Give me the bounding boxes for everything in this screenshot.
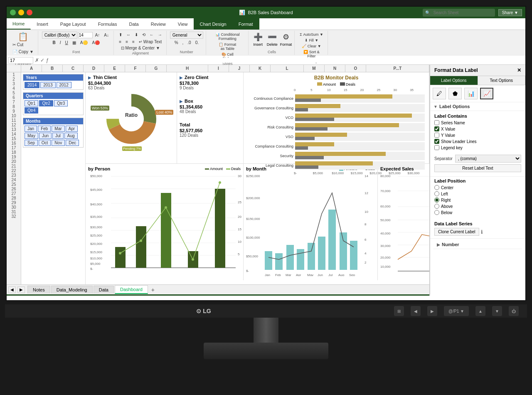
radio-right-row[interactable]: Right	[434, 198, 521, 202]
bold-button[interactable]: B	[51, 40, 57, 46]
italic-button[interactable]: I	[58, 40, 63, 46]
col-d[interactable]: D	[84, 65, 104, 72]
icon-btn-1[interactable]: 🖊	[433, 88, 446, 99]
col-rest[interactable]: P...T	[366, 65, 429, 72]
tab-review[interactable]: Review	[145, 18, 172, 30]
month-may[interactable]: May	[25, 133, 38, 139]
show-leader-checkbox-row[interactable]: Show Leader Lines	[434, 139, 521, 144]
col-k[interactable]: K	[250, 65, 271, 72]
underline-button[interactable]: U	[64, 40, 70, 46]
percent-button[interactable]: %	[173, 40, 180, 46]
tab-chart-design[interactable]: Chart Design	[194, 18, 232, 30]
year-2013[interactable]: 2013	[40, 82, 55, 88]
legend-key-checkbox-row[interactable]: Legend key	[434, 145, 521, 150]
align-right[interactable]: ≡	[131, 39, 136, 45]
search-input[interactable]	[430, 10, 493, 16]
sheet-data[interactable]: Data	[94, 286, 114, 294]
col-e[interactable]: E	[104, 65, 125, 72]
close-panel-button[interactable]: ✕	[517, 67, 521, 73]
clone-label-btn[interactable]: Clone Current Label	[434, 228, 479, 236]
text-options-tab[interactable]: Text Options	[478, 76, 526, 85]
col-j[interactable]: J	[229, 65, 250, 72]
tab-home[interactable]: Home	[7, 18, 31, 30]
series-name-checkbox[interactable]	[434, 120, 439, 125]
tab-formulas[interactable]: Formulas	[92, 18, 123, 30]
comma-button[interactable]: ,	[181, 40, 185, 46]
month-oct[interactable]: Oct	[39, 140, 51, 146]
conditional-formatting-button[interactable]: 📊 ConditionalFormatting	[214, 32, 241, 42]
font-size-input[interactable]	[78, 32, 93, 38]
fill-button[interactable]: ⬇ Fill ▼	[303, 37, 320, 43]
indent-decrease[interactable]: ←	[148, 32, 155, 38]
sheet-dashboard[interactable]: Dashboard	[115, 285, 148, 294]
formula-input[interactable]	[50, 58, 524, 63]
col-l[interactable]: L	[271, 65, 304, 72]
monitor-btn-5[interactable]: ▲	[475, 306, 485, 316]
radio-above[interactable]	[434, 204, 439, 209]
align-bottom[interactable]: ⬇	[133, 32, 140, 38]
month-apr[interactable]: Apr	[66, 126, 78, 132]
fill-color-button[interactable]: A🟡	[79, 40, 90, 46]
monitor-btn-3[interactable]: ▶	[427, 306, 437, 316]
qtr4[interactable]: Qtr4	[25, 107, 38, 114]
delete-button[interactable]: ➖	[266, 32, 278, 42]
legend-key-checkbox[interactable]	[434, 145, 439, 150]
show-leader-checkbox[interactable]	[434, 139, 439, 144]
tab-page-layout[interactable]: Page Layout	[54, 18, 92, 30]
year-2014[interactable]: 2014	[25, 82, 39, 88]
col-n[interactable]: N	[325, 65, 345, 72]
separator-select[interactable]: , (comma) (space) ; (semicolon)	[455, 155, 521, 163]
radio-center-row[interactable]: Center	[434, 185, 521, 190]
sheet-data-modeling[interactable]: Data_Modeling	[51, 286, 93, 294]
border-button[interactable]: ▦	[71, 40, 78, 46]
col-f[interactable]: F	[125, 65, 146, 72]
tab-format[interactable]: Format	[233, 18, 259, 30]
col-a[interactable]: A	[21, 65, 42, 72]
monitor-btn-4[interactable]: @/P1 ▼	[444, 306, 469, 316]
radio-left-row[interactable]: Left	[434, 191, 521, 196]
reset-label-btn[interactable]: Reset Label Text	[434, 164, 521, 172]
tab-data[interactable]: Data	[123, 18, 145, 30]
insert-button[interactable]: ➕	[252, 32, 264, 42]
wrap-text-button[interactable]: ↵ Wrap Text	[137, 39, 163, 45]
month-dec[interactable]: Dec	[66, 140, 79, 146]
monitor-btn-6[interactable]: ▼	[492, 306, 502, 316]
radio-above-row[interactable]: Above	[434, 204, 521, 209]
radio-below-row[interactable]: Below	[434, 210, 521, 215]
sheet-notes[interactable]: Notes	[27, 286, 50, 294]
month-nov[interactable]: Nov	[52, 140, 65, 146]
radio-right[interactable]	[434, 198, 439, 202]
qtr1[interactable]: Qtr1	[25, 100, 38, 106]
align-top[interactable]: ⬆	[117, 32, 124, 38]
month-jan[interactable]: Jan	[25, 126, 37, 132]
radio-center[interactable]	[434, 185, 439, 190]
qtr2[interactable]: Qtr2	[39, 100, 53, 106]
scroll-right-tab[interactable]: ▶	[17, 286, 25, 293]
format-cells-button[interactable]: ⚙	[281, 32, 291, 42]
decimal-increase[interactable]: .0	[186, 40, 192, 46]
indent-increase[interactable]: →	[156, 32, 164, 38]
col-b[interactable]: B	[42, 65, 63, 72]
month-feb[interactable]: Feb	[38, 126, 51, 132]
monitor-btn-2[interactable]: ◀	[411, 306, 421, 316]
col-o[interactable]: O	[345, 65, 366, 72]
font-size-decrease[interactable]: A↓	[102, 32, 111, 38]
y-value-checkbox[interactable]	[434, 133, 439, 138]
monitor-btn-power[interactable]: ⏻	[509, 306, 519, 316]
copy-button[interactable]: 📄 Copy ▼	[11, 49, 35, 55]
align-center[interactable]: ≡	[124, 39, 130, 45]
month-aug[interactable]: Aug	[64, 133, 78, 139]
x-value-checkbox[interactable]	[434, 126, 439, 131]
month-mar[interactable]: Mar	[52, 126, 64, 132]
icon-btn-4[interactable]: 📈	[480, 88, 493, 99]
month-sep[interactable]: Sep	[25, 140, 38, 146]
qtr3[interactable]: Qtr3	[54, 100, 68, 106]
scroll-left-tab[interactable]: ◀	[8, 286, 16, 293]
monitor-btn-1[interactable]: ⊞	[394, 306, 404, 316]
tab-view[interactable]: View	[172, 18, 194, 30]
font-size-increase[interactable]: A↑	[94, 32, 102, 38]
year-2012[interactable]: 2012	[57, 82, 71, 88]
radio-left[interactable]	[434, 191, 439, 196]
radio-below[interactable]	[434, 210, 439, 215]
month-jun[interactable]: Jun	[39, 133, 52, 139]
